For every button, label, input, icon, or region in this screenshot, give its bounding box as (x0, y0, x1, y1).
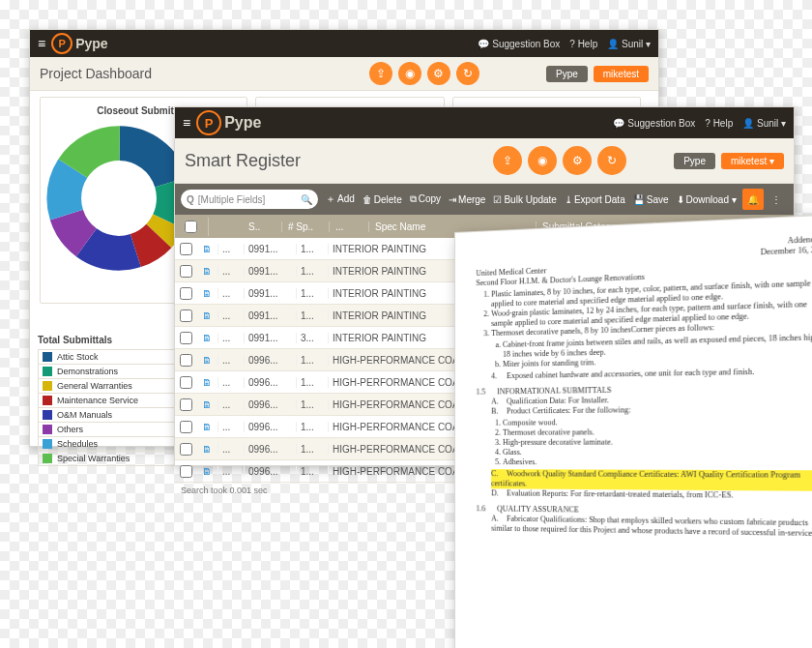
user-menu[interactable]: 👤 Sunil ▾ (742, 118, 786, 129)
col-sp[interactable]: # Sp.. (282, 221, 330, 232)
legend-row[interactable]: General Warranties (38, 379, 192, 394)
row-checkbox[interactable] (175, 329, 196, 347)
legend-swatch (43, 425, 52, 434)
save-button[interactable]: 💾Save (633, 194, 669, 205)
help-link[interactable]: ? Help (569, 39, 597, 49)
doc-icon[interactable]: 🗎 (196, 355, 218, 366)
merge-button[interactable]: ⇥Merge (449, 194, 485, 205)
doc-icon[interactable]: 🗎 (196, 399, 218, 410)
legend-row[interactable]: Schedules (38, 437, 192, 452)
doc-icon[interactable]: 🗎 (196, 444, 218, 455)
legend-swatch (43, 352, 52, 362)
register-subbar: Smart Register ⇪ ◉ ⚙ ↻ Pype miketest ▾ (175, 138, 794, 184)
doc-icon[interactable]: 🗎 (196, 266, 218, 277)
row-code: 0996... (244, 444, 296, 455)
doc-icon[interactable]: 🗎 (196, 333, 218, 343)
row-num: 1... (296, 355, 328, 366)
more-button[interactable]: ⋮ (771, 194, 781, 205)
legend-swatch (43, 410, 52, 420)
row-code: 0996... (244, 422, 296, 432)
action-btn-3[interactable]: ⚙ (563, 146, 592, 175)
hamburger-icon[interactable]: ≡ (38, 36, 45, 51)
action-btn-3[interactable]: ⚙ (427, 62, 450, 85)
user-menu[interactable]: 👤 Sunil ▾ (607, 39, 651, 49)
brand-logo[interactable]: P Pype (51, 33, 107, 54)
pill-miketest[interactable]: miketest (594, 66, 649, 82)
row-checkbox[interactable] (175, 373, 196, 392)
action-btn-1[interactable]: ⇪ (493, 146, 522, 175)
suggestion-link[interactable]: 💬 Suggestion Box (613, 118, 695, 129)
action-btn-1[interactable]: ⇪ (369, 62, 392, 85)
legend-swatch (43, 396, 52, 405)
download-button[interactable]: ⬇Download ▾ (677, 194, 737, 205)
row-checkbox[interactable] (175, 307, 196, 325)
row-code: 0996... (244, 466, 296, 477)
action-btn-4[interactable]: ↻ (456, 62, 479, 85)
row-ellipsis: ... (218, 466, 244, 477)
search-icon: Q (187, 194, 194, 205)
hamburger-icon[interactable]: ≡ (183, 115, 190, 131)
row-checkbox[interactable] (175, 462, 196, 481)
legend: Total Submittals Attic StockDemonstratio… (38, 333, 192, 466)
pill-pype[interactable]: Pype (674, 153, 715, 169)
notifications-button[interactable]: 🔔 (742, 189, 764, 210)
doc-list-item: High-pressure decorative laminate. (503, 437, 812, 448)
row-ellipsis: ... (218, 444, 244, 455)
logo-p-icon: P (196, 110, 221, 135)
legend-row[interactable]: Demonstrations (38, 365, 192, 379)
legend-row[interactable]: Others (38, 423, 192, 437)
doc-icon[interactable]: 🗎 (196, 422, 218, 432)
row-num: 1... (296, 310, 328, 321)
legend-row[interactable]: O&M Manuals (38, 408, 192, 423)
doc-icon[interactable]: 🗎 (196, 244, 218, 254)
row-num: 1... (296, 444, 328, 455)
doc-secA: Qualification Data: For Installer. (507, 396, 609, 405)
brand-logo[interactable]: P Pype (196, 110, 261, 135)
legend-row[interactable]: Maintenance Service (38, 394, 192, 408)
row-code: 0991... (244, 288, 296, 299)
row-ellipsis: ... (218, 399, 244, 410)
doc-icon[interactable]: 🗎 (196, 310, 218, 321)
legend-title: Total Submittals (38, 335, 192, 345)
legend-row[interactable]: Special Warranties (38, 452, 192, 466)
row-code: 0996... (244, 355, 296, 366)
row-checkbox[interactable] (175, 240, 196, 258)
pill-pype[interactable]: Pype (546, 66, 588, 82)
export-button[interactable]: ⤓Export Data (565, 194, 625, 205)
col-s[interactable]: S.. (243, 221, 282, 232)
select-all-checkbox[interactable] (185, 221, 197, 233)
legend-label: Maintenance Service (57, 396, 138, 405)
help-link[interactable]: ? Help (705, 118, 733, 129)
row-checkbox[interactable] (175, 262, 196, 280)
action-btn-4[interactable]: ↻ (597, 146, 626, 175)
search-input[interactable]: Q [Multiple Fields] 🔍 (181, 190, 318, 209)
action-btn-2[interactable]: ◉ (528, 146, 557, 175)
suggestion-link[interactable]: 💬 Suggestion Box (478, 39, 560, 49)
row-checkbox[interactable] (175, 351, 196, 369)
doc-icon[interactable]: 🗎 (196, 377, 218, 388)
bulk-update-button[interactable]: ☑Bulk Update (493, 194, 556, 205)
doc-list-1: Plastic laminates, 8 by 10 inches, for e… (491, 278, 812, 339)
row-code: 0991... (244, 310, 296, 321)
legend-row[interactable]: Attic Stock (38, 349, 192, 365)
legend-label: Special Warranties (57, 454, 130, 463)
copy-button[interactable]: ⧉Copy (410, 193, 441, 205)
row-checkbox[interactable] (175, 440, 196, 458)
row-checkbox[interactable] (175, 418, 196, 436)
row-checkbox[interactable] (175, 284, 196, 303)
doc-icon[interactable]: 🗎 (196, 288, 218, 299)
delete-button[interactable]: 🗑Delete (362, 194, 402, 205)
legend-label: Others (57, 425, 83, 434)
doc-icon[interactable]: 🗎 (196, 466, 218, 477)
add-button[interactable]: ＋Add (326, 192, 355, 206)
legend-swatch (43, 454, 52, 463)
pill-miketest[interactable]: miketest ▾ (721, 153, 784, 169)
page-title: Smart Register (185, 151, 301, 171)
search-go-icon[interactable]: 🔍 (301, 194, 312, 205)
row-code: 0991... (244, 333, 296, 343)
action-btn-2[interactable]: ◉ (398, 62, 421, 85)
legend-label: Attic Stock (57, 352, 99, 362)
legend-swatch (43, 381, 52, 391)
doc-sec16A: Fabricator Qualifications: Shop that emp… (491, 515, 812, 539)
row-checkbox[interactable] (175, 396, 196, 414)
